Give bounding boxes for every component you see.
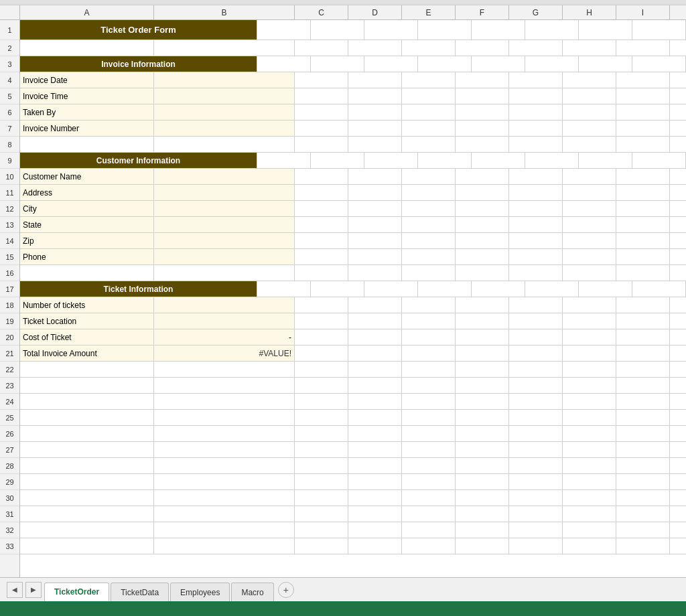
cell-32a[interactable] <box>20 522 154 538</box>
cell-30j[interactable] <box>670 490 686 506</box>
cell-2i[interactable] <box>616 40 670 56</box>
cell-25i[interactable] <box>616 410 670 426</box>
cell-14b[interactable] <box>154 233 295 249</box>
cell-31b[interactable] <box>154 506 295 522</box>
cell-7j[interactable] <box>670 121 686 137</box>
cell-22c[interactable] <box>295 362 348 378</box>
cell-9d[interactable] <box>311 153 364 169</box>
cell-30b[interactable] <box>154 490 295 506</box>
cell-13j[interactable] <box>670 217 686 233</box>
title-cell[interactable]: Ticket Order Form <box>20 20 257 40</box>
cell-11h[interactable] <box>563 185 616 201</box>
cell-19c[interactable] <box>295 313 348 329</box>
cell-15b[interactable] <box>154 249 295 265</box>
cell-4f[interactable] <box>456 72 509 88</box>
cell-26i[interactable] <box>616 426 670 442</box>
cell-28f[interactable] <box>456 458 509 474</box>
cell-23j[interactable] <box>670 378 686 394</box>
cell-2f[interactable] <box>456 40 509 56</box>
cell-27e[interactable] <box>402 442 456 458</box>
cell-18j[interactable] <box>670 297 686 313</box>
cell-18e[interactable] <box>402 297 456 313</box>
cell-22g[interactable] <box>509 362 563 378</box>
cell-18f[interactable] <box>456 297 509 313</box>
cell-17c[interactable] <box>257 281 311 297</box>
cell-7h[interactable] <box>563 121 616 137</box>
cell-14f[interactable] <box>456 233 509 249</box>
cell-8h[interactable] <box>563 137 616 153</box>
cell-22j[interactable] <box>670 362 686 378</box>
cell-24g[interactable] <box>509 394 563 410</box>
cell-14i[interactable] <box>616 233 670 249</box>
cell-33b[interactable] <box>154 538 295 554</box>
cell-30i[interactable] <box>616 490 670 506</box>
cell-25g[interactable] <box>509 410 563 426</box>
add-sheet-button[interactable]: + <box>278 582 294 598</box>
cell-33e[interactable] <box>402 538 456 554</box>
cell-1h[interactable] <box>525 20 579 40</box>
cell-18c[interactable] <box>295 297 348 313</box>
cell-29j[interactable] <box>670 474 686 490</box>
cell-28a[interactable] <box>20 458 154 474</box>
cell-18g[interactable] <box>509 297 563 313</box>
cell-9h[interactable] <box>525 153 579 169</box>
cell-24e[interactable] <box>402 394 456 410</box>
cell-6g[interactable] <box>509 104 563 121</box>
cell-26g[interactable] <box>509 426 563 442</box>
cell-14g[interactable] <box>509 233 563 249</box>
cell-18a[interactable]: Number of tickets <box>20 297 154 313</box>
cell-5h[interactable] <box>563 88 616 104</box>
cell-26h[interactable] <box>563 426 616 442</box>
cell-11d[interactable] <box>348 185 402 201</box>
cell-21a[interactable]: Total Invoice Amount <box>20 345 154 362</box>
cell-28c[interactable] <box>295 458 348 474</box>
cell-30c[interactable] <box>295 490 348 506</box>
cell-16f[interactable] <box>456 265 509 281</box>
cell-13e[interactable] <box>402 217 456 233</box>
cell-28j[interactable] <box>670 458 686 474</box>
cell-27c[interactable] <box>295 442 348 458</box>
cell-20e[interactable] <box>402 329 456 345</box>
cell-10e[interactable] <box>402 169 456 185</box>
cell-33c[interactable] <box>295 538 348 554</box>
cell-29i[interactable] <box>616 474 670 490</box>
cell-12e[interactable] <box>402 201 456 217</box>
cell-6b[interactable] <box>154 104 295 121</box>
cell-19b[interactable] <box>154 313 295 329</box>
cell-28h[interactable] <box>563 458 616 474</box>
cell-3g[interactable] <box>472 56 525 72</box>
cell-27g[interactable] <box>509 442 563 458</box>
cell-5c[interactable] <box>295 88 348 104</box>
col-header-a[interactable]: A <box>20 5 154 19</box>
cell-24j[interactable] <box>670 394 686 410</box>
cell-17h[interactable] <box>525 281 579 297</box>
cell-5e[interactable] <box>402 88 456 104</box>
cell-13a[interactable]: State <box>20 217 154 233</box>
cell-5i[interactable] <box>616 88 670 104</box>
cell-5j[interactable] <box>670 88 686 104</box>
col-header-b[interactable]: B <box>154 5 295 19</box>
cell-9f[interactable] <box>418 153 472 169</box>
cell-7g[interactable] <box>509 121 563 137</box>
cell-26c[interactable] <box>295 426 348 442</box>
cell-29h[interactable] <box>563 474 616 490</box>
cell-8e[interactable] <box>402 137 456 153</box>
cell-28e[interactable] <box>402 458 456 474</box>
cell-19h[interactable] <box>563 313 616 329</box>
cell-4i[interactable] <box>616 72 670 88</box>
cell-25c[interactable] <box>295 410 348 426</box>
cell-10a[interactable]: Customer Name <box>20 169 154 185</box>
cell-3h[interactable] <box>525 56 579 72</box>
cell-6e[interactable] <box>402 104 456 121</box>
col-header-d[interactable]: D <box>348 5 402 19</box>
cell-23h[interactable] <box>563 378 616 394</box>
cell-30h[interactable] <box>563 490 616 506</box>
cell-8g[interactable] <box>509 137 563 153</box>
cell-20b[interactable]: - <box>154 329 295 345</box>
cell-11g[interactable] <box>509 185 563 201</box>
cell-27a[interactable] <box>20 442 154 458</box>
cell-10g[interactable] <box>509 169 563 185</box>
cell-18h[interactable] <box>563 297 616 313</box>
cell-27d[interactable] <box>348 442 402 458</box>
cell-25f[interactable] <box>456 410 509 426</box>
